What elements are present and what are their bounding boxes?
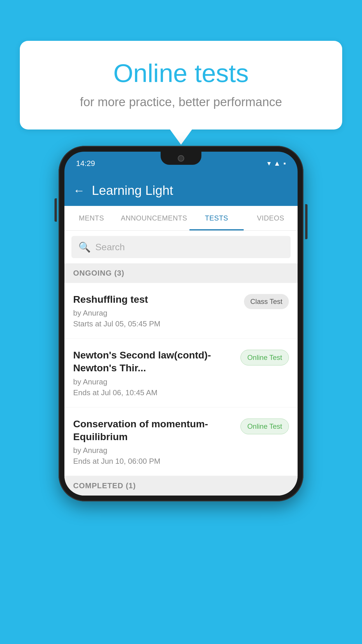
test-list: Reshuffling test by Anurag Starts at Jul… — [64, 283, 298, 476]
status-time: 14:29 — [76, 159, 95, 168]
signal-icon: ▲ — [274, 159, 281, 167]
test-name: Reshuffling test — [73, 293, 238, 306]
back-button[interactable]: ← — [73, 184, 85, 197]
test-author: by Anurag — [73, 309, 238, 318]
test-item[interactable]: Conservation of momentum-Equilibrium by … — [64, 407, 298, 476]
test-author: by Anurag — [73, 446, 235, 455]
wifi-icon: ▾ — [267, 159, 271, 167]
test-time: Starts at Jul 05, 05:45 PM — [73, 319, 238, 328]
phone-container: 14:29 ▾ ▲ ▪ ← Learning Light MENTS — [59, 146, 303, 501]
test-badge: Online Test — [240, 350, 289, 365]
app-title: Learning Light — [92, 183, 173, 198]
speech-bubble-container: Online tests for more practice, better p… — [20, 41, 342, 130]
test-info: Reshuffling test by Anurag Starts at Jul… — [73, 293, 238, 328]
test-item[interactable]: Reshuffling test by Anurag Starts at Jul… — [64, 283, 298, 339]
test-badge: Online Test — [240, 419, 289, 434]
bubble-title: Online tests — [43, 58, 319, 88]
search-bar[interactable]: 🔍 Search — [71, 236, 291, 258]
battery-icon: ▪ — [283, 159, 286, 167]
test-item[interactable]: Newton's Second law(contd)-Newton's Thir… — [64, 339, 298, 407]
test-info: Newton's Second law(contd)-Newton's Thir… — [73, 349, 235, 397]
bubble-subtitle: for more practice, better performance — [43, 95, 319, 109]
tab-tests[interactable]: TESTS — [189, 206, 243, 230]
app-header: ← Learning Light — [64, 175, 298, 206]
camera — [178, 155, 184, 162]
notch — [161, 152, 201, 165]
test-badge: Class Test — [244, 294, 289, 309]
phone-frame: 14:29 ▾ ▲ ▪ ← Learning Light MENTS — [59, 146, 303, 501]
completed-section-header: COMPLETED (1) — [64, 476, 298, 496]
tab-announcements[interactable]: ANNOUNCEMENTS — [118, 206, 189, 230]
tab-ments[interactable]: MENTS — [64, 206, 118, 230]
completed-label: COMPLETED (1) — [73, 481, 136, 490]
test-name: Newton's Second law(contd)-Newton's Thir… — [73, 349, 235, 374]
test-time: Ends at Jun 10, 06:00 PM — [73, 457, 235, 466]
tab-videos[interactable]: VIDEOS — [244, 206, 298, 230]
search-container: 🔍 Search — [64, 231, 298, 263]
status-bar: 14:29 ▾ ▲ ▪ — [64, 152, 298, 175]
test-author: by Anurag — [73, 377, 235, 386]
speech-bubble: Online tests for more practice, better p… — [20, 41, 342, 130]
test-info: Conservation of momentum-Equilibrium by … — [73, 417, 235, 466]
volume-button — [55, 198, 57, 222]
tabs-container: MENTS ANNOUNCEMENTS TESTS VIDEOS — [64, 206, 298, 231]
search-icon: 🔍 — [78, 241, 91, 253]
test-name: Conservation of momentum-Equilibrium — [73, 417, 235, 443]
power-button — [305, 204, 307, 239]
status-icons: ▾ ▲ ▪ — [267, 159, 286, 167]
search-input[interactable]: Search — [95, 242, 125, 253]
ongoing-section-header: ONGOING (3) — [64, 263, 298, 283]
ongoing-label: ONGOING (3) — [73, 269, 124, 277]
phone-screen: ← Learning Light MENTS ANNOUNCEMENTS TES… — [64, 175, 298, 496]
test-time: Ends at Jul 06, 10:45 AM — [73, 388, 235, 397]
